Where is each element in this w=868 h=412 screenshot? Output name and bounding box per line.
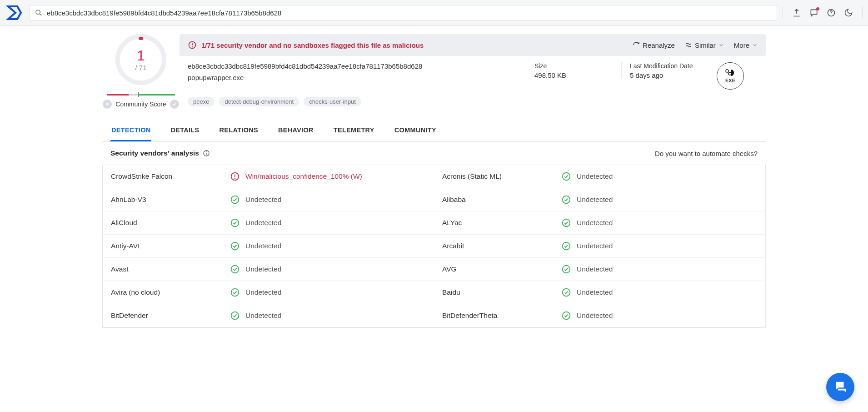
- vendor-result: Undetected: [245, 219, 426, 227]
- svg-point-22: [563, 266, 570, 273]
- vendor-cell: Acronis (Static ML)Undetected: [434, 165, 765, 188]
- check-circle-icon: [559, 264, 573, 274]
- community-gauge: [107, 94, 175, 96]
- tab-behavior[interactable]: BEHAVIOR: [277, 122, 314, 141]
- vendor-cell: Antiy-AVLUndetected: [103, 235, 434, 257]
- size-label: Size: [534, 62, 617, 70]
- vendor-row: AhnLab-V3UndetectedAlibabaUndetected: [103, 188, 765, 211]
- vendor-result: Undetected: [245, 265, 426, 273]
- vendor-name: CrowdStrike Falcon: [111, 172, 224, 181]
- detection-count: 1: [137, 48, 145, 63]
- tab-details[interactable]: DETAILS: [170, 122, 200, 141]
- check-circle-icon: [228, 287, 242, 297]
- svg-point-26: [563, 312, 570, 320]
- check-circle-icon: [228, 195, 242, 205]
- automate-link[interactable]: Do you want to automate checks?: [655, 150, 758, 157]
- vendor-result: Undetected: [245, 196, 426, 204]
- vendor-cell: BitDefenderThetaUndetected: [434, 304, 765, 327]
- mod-date-value: 5 days ago: [630, 71, 712, 79]
- vendor-name: Avast: [111, 265, 224, 273]
- svg-point-23: [231, 289, 239, 296]
- vendor-result: Undetected: [245, 288, 426, 296]
- mod-date-label: Last Modification Date: [630, 62, 712, 70]
- vendor-result: Undetected: [577, 312, 757, 320]
- check-circle-icon[interactable]: [170, 100, 179, 109]
- vendor-cell: Avira (no cloud)Undetected: [103, 281, 434, 304]
- search-input[interactable]: [47, 9, 771, 17]
- check-circle-icon: [559, 171, 573, 181]
- similar-button[interactable]: Similar: [685, 41, 724, 49]
- vendor-result: Undetected: [577, 242, 757, 250]
- check-circle-icon: [228, 218, 242, 228]
- vendor-name: Alibaba: [442, 196, 556, 204]
- info-icon[interactable]: [203, 150, 210, 157]
- x-circle-icon[interactable]: [103, 100, 112, 109]
- vendor-cell: AliCloudUndetected: [103, 211, 434, 234]
- vendor-name: AVG: [442, 265, 556, 273]
- tab-relations[interactable]: RELATIONS: [219, 122, 259, 141]
- chevron-down-icon: [752, 42, 758, 48]
- check-circle-icon: [559, 195, 573, 205]
- svg-point-6: [726, 70, 728, 72]
- svg-point-20: [563, 242, 570, 250]
- vendor-cell: ArcabitUndetected: [434, 235, 765, 257]
- theme-icon[interactable]: [844, 8, 853, 17]
- svg-point-7: [728, 72, 731, 75]
- vendor-name: Arcabit: [442, 242, 556, 250]
- vendor-cell: BaiduUndetected: [434, 281, 765, 304]
- vendor-row: AvastUndetectedAVGUndetected: [103, 258, 765, 281]
- community-score-label: Community Score: [115, 100, 166, 108]
- vendor-cell: AvastUndetected: [103, 258, 434, 281]
- vendor-name: Antiy-AVL: [111, 242, 224, 250]
- help-icon[interactable]: [827, 8, 836, 17]
- check-circle-icon: [559, 287, 573, 297]
- logo[interactable]: [5, 4, 24, 22]
- search-box[interactable]: [29, 5, 777, 21]
- tab-community[interactable]: COMMUNITY: [394, 122, 437, 141]
- file-name: popupwrapper.exe: [188, 74, 521, 81]
- vendor-result: Undetected: [577, 196, 757, 204]
- vendor-cell: AVGUndetected: [434, 258, 765, 281]
- tag[interactable]: peexe: [188, 97, 215, 106]
- vendor-row: Avira (no cloud)UndetectedBaiduUndetecte…: [103, 281, 765, 304]
- alert-circle-icon: [228, 171, 242, 181]
- vendor-cell: CrowdStrike FalconWin/malicious_confiden…: [103, 165, 434, 188]
- vendor-result: Undetected: [577, 265, 757, 273]
- vendor-name: BitDefender: [111, 312, 224, 320]
- alert-message: 1/71 security vendor and no sandboxes fl…: [201, 41, 424, 49]
- size-value: 498.50 KB: [534, 71, 617, 79]
- upload-icon[interactable]: [792, 8, 801, 17]
- vendor-row: AliCloudUndetectedALYacUndetected: [103, 211, 765, 235]
- svg-point-5: [192, 47, 193, 47]
- detection-total: / 71: [135, 64, 146, 71]
- vendor-name: AhnLab-V3: [111, 196, 224, 204]
- chevron-down-icon: [718, 42, 724, 48]
- separator: [862, 6, 863, 19]
- tag[interactable]: detect-debug-environment: [219, 97, 299, 106]
- check-circle-icon: [559, 311, 573, 321]
- detection-score-ring: 1 / 71: [115, 34, 166, 85]
- vendor-name: Avira (no cloud): [111, 288, 224, 296]
- ring-tick-icon: [139, 37, 143, 40]
- reanalyze-button[interactable]: Reanalyze: [633, 41, 675, 49]
- check-circle-icon: [228, 241, 242, 251]
- vendor-result: Undetected: [577, 288, 757, 296]
- check-circle-icon: [559, 218, 573, 228]
- tag[interactable]: checks-user-input: [304, 97, 361, 106]
- svg-point-17: [231, 219, 239, 227]
- more-button[interactable]: More: [734, 41, 758, 49]
- svg-point-18: [563, 219, 570, 227]
- svg-point-10: [206, 152, 207, 152]
- tab-detection[interactable]: DETECTION: [110, 122, 151, 141]
- vendor-name: ALYac: [442, 219, 556, 227]
- vendor-result: Undetected: [245, 312, 426, 320]
- notification-dot: [816, 7, 819, 10]
- vendor-row: Antiy-AVLUndetectedArcabitUndetected: [103, 235, 765, 258]
- svg-point-16: [563, 196, 570, 204]
- vendor-result: Win/malicious_confidence_100% (W): [245, 172, 426, 181]
- comment-icon[interactable]: [809, 8, 818, 17]
- vendor-row: CrowdStrike FalconWin/malicious_confiden…: [103, 165, 765, 188]
- tab-telemetry[interactable]: TELEMETRY: [333, 122, 375, 141]
- alert-icon: [188, 40, 197, 50]
- check-circle-icon: [559, 241, 573, 251]
